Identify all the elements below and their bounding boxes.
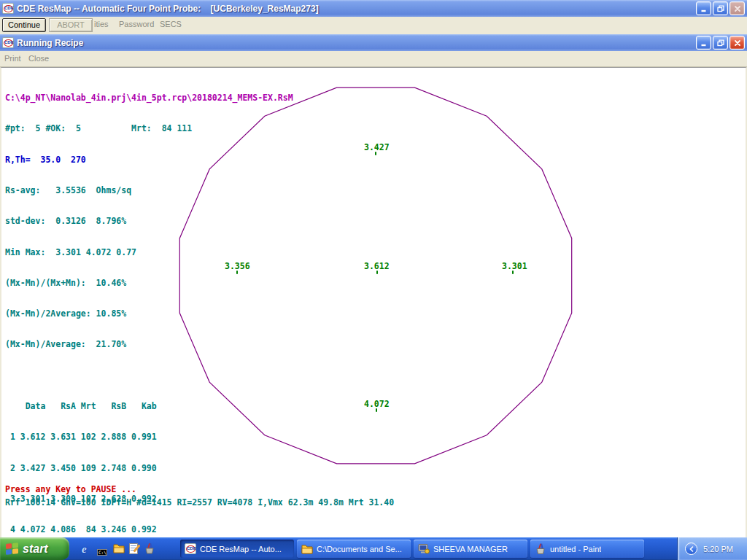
stat-line-rs-avg: Rs-avg: 3.5536 Ohms/sq — [5, 185, 293, 195]
data-table-header: Data RsA Mrt RsB Kab — [5, 401, 293, 411]
recipe-close-button[interactable] — [729, 36, 745, 50]
cde-app-icon: CDE — [185, 543, 196, 554]
close-icon — [734, 5, 741, 12]
windows-flag-icon — [6, 542, 19, 556]
paint-icon — [535, 543, 546, 555]
recipe-restore-button[interactable] — [713, 36, 728, 50]
minimize-button[interactable] — [696, 1, 711, 15]
close-button-disabled — [729, 1, 745, 15]
recipe-window-title: Running Recipe — [17, 38, 696, 48]
menu-item-password[interactable]: Password — [119, 20, 154, 28]
wafer-point-bottom-value: 4.072 — [364, 399, 390, 409]
menu-item-secs[interactable]: SECS — [160, 20, 182, 28]
stat-line-mx-mn-avg: (Mx-Mn)/Average: 21.70% — [5, 339, 293, 349]
minimize-icon — [700, 5, 708, 12]
taskbar-item-explorer[interactable]: C:\Documents and Se... — [297, 540, 411, 558]
restore-icon — [717, 39, 724, 47]
computer-icon — [418, 543, 430, 555]
taskbar-item-label: untitled - Paint — [550, 545, 601, 553]
cde-app-icon-text: CDE — [4, 6, 14, 10]
cde-app-icon: CDE — [2, 3, 14, 14]
stat-line-mx-mn-2avg: (Mx-Mn)/2Average: 10.85% — [5, 308, 293, 319]
recipe-window-icon: CDE — [2, 37, 14, 48]
taskbar: start e C:\ CDE CDE ResMap -- Auto... — [0, 537, 747, 560]
close-icon — [734, 39, 741, 47]
chevron-left-icon — [689, 546, 694, 552]
wafer-point-top-marker — [375, 152, 376, 155]
folder-icon[interactable] — [113, 543, 125, 556]
main-window-controls — [696, 1, 745, 15]
pause-message: Press any Key to PAUSE ... — [5, 484, 136, 494]
desktop: CDE CDE ResMap -- Automatic Four Point P… — [0, 0, 747, 560]
recipe-window-controls — [696, 36, 745, 50]
table-row: 1 3.612 3.631 102 2.888 0.991 — [5, 432, 293, 442]
blank-line — [5, 370, 293, 381]
recipe-window-titlebar[interactable]: CDE Running Recipe — [0, 34, 747, 51]
start-button-label: start — [23, 542, 48, 556]
abort-button: ABORT — [49, 18, 93, 32]
table-row: 4 4.072 4.086 84 3.246 0.992 — [5, 524, 293, 534]
taskbar-item-paint[interactable]: untitled - Paint — [530, 540, 644, 558]
wafer-point-right-value: 3.301 — [502, 261, 527, 271]
folder-icon — [301, 543, 313, 555]
recipe-window-icon-text: CDE — [4, 40, 14, 44]
start-button[interactable]: start — [0, 537, 69, 560]
table-row: 2 3.427 3.450 109 2.748 0.990 — [5, 463, 293, 473]
taskbar-item-sheeva-manager[interactable]: SHEEVA MANAGER — [414, 540, 527, 558]
command-prompt-icon[interactable]: C:\ — [97, 544, 109, 556]
probe-status-line: Rrf 100.14 GnV=100 IDPf=H #d=1415 RI=255… — [5, 497, 394, 508]
wafer-point-top-value: 3.427 — [364, 142, 390, 152]
menu-item-utilities[interactable]: ities — [94, 20, 109, 28]
main-window-title: CDE ResMap -- Automatic Four Point Probe… — [17, 4, 696, 14]
stat-line-points: #pt: 5 #OK: 5 Mrt: 84 111 — [5, 123, 293, 133]
restore-icon — [717, 5, 724, 12]
taskbar-clock[interactable]: 5:20 PM — [703, 545, 733, 553]
stat-line-min-max: Min Max: 3.301 4.072 0.77 — [5, 247, 293, 257]
wafer-point-right-marker — [512, 271, 514, 274]
stat-line-mx-mn-sum: (Mx-Mn)/(Mx+Mn): 10.46% — [5, 278, 293, 288]
internet-explorer-icon[interactable]: e — [82, 542, 94, 555]
paint-icon[interactable] — [144, 543, 156, 556]
continue-button[interactable]: Continue — [2, 18, 46, 32]
recipe-report-area: C:\4p_NT\Nanolab_4in.prj\4in_5pt.rcp\201… — [0, 67, 747, 537]
minimize-icon — [700, 39, 708, 47]
taskbar-item-label: CDE ResMap -- Auto... — [200, 545, 282, 553]
recipe-file-path: C:\4p_NT\Nanolab_4in.prj\4in_5pt.rcp\201… — [5, 93, 293, 103]
wafer-point-center-value: 3.612 — [364, 261, 390, 271]
notepad-icon[interactable] — [128, 542, 141, 555]
main-menubar: Continue ABORT ities Password SECS — [0, 17, 747, 34]
command-prompt-icon-text: C:\ — [97, 549, 107, 556]
restore-button[interactable] — [713, 1, 728, 15]
recipe-minimize-button[interactable] — [696, 36, 711, 50]
tray-show-hidden-icons-button[interactable] — [685, 542, 697, 555]
main-window-titlebar[interactable]: CDE CDE ResMap -- Automatic Four Point P… — [0, 0, 747, 17]
wafer-point-bottom-marker — [376, 408, 377, 412]
taskbar-item-cde-resmap[interactable]: CDE CDE ResMap -- Auto... — [180, 540, 294, 558]
wafer-point-left-marker — [236, 271, 238, 274]
system-tray: 5:20 PM — [677, 537, 747, 560]
menu-item-print[interactable]: Print — [4, 54, 21, 63]
taskbar-item-label: SHEEVA MANAGER — [433, 545, 508, 553]
stat-line-std-dev: std-dev: 0.3126 8.796% — [5, 216, 293, 226]
wafer-point-center-marker — [376, 271, 378, 274]
stat-line-rth: R,Th= 35.0 270 — [5, 155, 293, 165]
wafer-point-left-value: 3.356 — [225, 261, 250, 271]
taskbar-item-label: C:\Documents and Se... — [317, 545, 402, 553]
menu-item-close[interactable]: Close — [28, 54, 49, 63]
recipe-menubar: Print Close — [0, 51, 747, 67]
